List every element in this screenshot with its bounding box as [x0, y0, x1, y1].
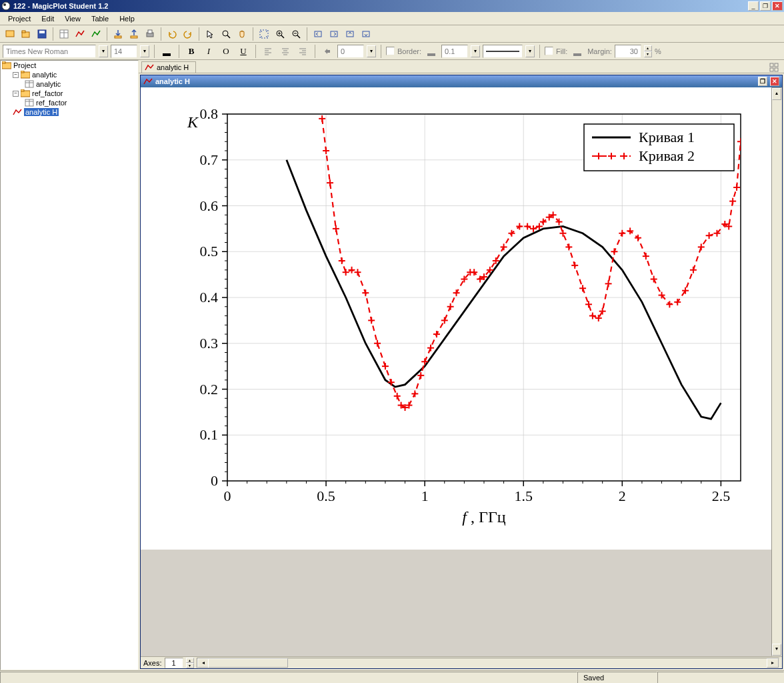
zoom-auto-icon[interactable]	[257, 27, 271, 41]
scale-y-down-icon[interactable]	[359, 27, 373, 41]
svg-point-14	[223, 31, 228, 36]
border-color-icon[interactable]	[424, 44, 439, 59]
folder-icon	[2, 61, 11, 69]
menu-table[interactable]: Table	[86, 13, 114, 24]
svg-text:Кривая 1: Кривая 1	[639, 129, 695, 145]
chart[interactable]: 00.511.522.500.10.20.30.40.50.60.70.8Kf …	[141, 87, 767, 541]
minimize-button[interactable]: _	[748, 1, 759, 11]
svg-rect-52	[21, 89, 24, 91]
menu-project[interactable]: Project	[3, 13, 36, 24]
scale-x-left-icon[interactable]	[311, 27, 325, 41]
tree-item-selected[interactable]: analytic H	[1, 107, 138, 117]
new-fit-icon[interactable]	[89, 27, 103, 41]
close-button[interactable]: ✕	[772, 1, 783, 11]
margin-up-icon[interactable]: ▴	[644, 45, 652, 51]
underline-icon[interactable]: U	[236, 44, 251, 59]
svg-rect-28	[163, 53, 171, 56]
margin-down-icon[interactable]: ▾	[644, 51, 652, 57]
align-left-icon[interactable]	[261, 44, 275, 59]
document-tab[interactable]: analytic H	[141, 61, 196, 73]
new-table-icon[interactable]	[57, 27, 71, 41]
menu-view[interactable]: View	[59, 13, 86, 24]
maximize-button[interactable]: ❐	[760, 1, 771, 11]
pointer-icon[interactable]	[203, 27, 217, 41]
axes-up-icon[interactable]: ▴	[186, 658, 194, 663]
italic-icon[interactable]: I	[201, 44, 216, 59]
font-combo[interactable]: Times New Roman	[3, 45, 96, 58]
print-icon[interactable]	[143, 27, 157, 41]
tree-item[interactable]: − analytic	[1, 70, 138, 79]
svg-rect-41	[427, 53, 435, 56]
save-icon[interactable]	[35, 27, 49, 41]
tree-item[interactable]: ref_factor	[1, 98, 138, 107]
svg-line-23	[297, 35, 300, 38]
svg-line-20	[281, 35, 284, 38]
tree-item[interactable]: analytic	[1, 79, 138, 89]
new-figure-icon[interactable]	[73, 27, 87, 41]
align-center-icon[interactable]	[278, 44, 293, 59]
scale-x-right-icon[interactable]	[327, 27, 341, 41]
folder-icon	[21, 89, 30, 97]
tree-root[interactable]: Project	[1, 61, 138, 70]
svg-text:2.5: 2.5	[712, 488, 731, 504]
svg-text:0.6: 0.6	[200, 197, 219, 214]
line-style-combo[interactable]	[483, 45, 523, 58]
doc-close-button[interactable]: ✕	[770, 77, 779, 86]
window-list-icon[interactable]	[767, 60, 781, 75]
fill-color-icon[interactable]	[570, 44, 585, 59]
plot-icon	[13, 108, 22, 116]
zoom-rect-icon[interactable]	[219, 27, 233, 41]
export-icon[interactable]	[127, 27, 141, 41]
zoom-in-icon[interactable]	[273, 27, 287, 41]
expander-icon[interactable]: −	[13, 72, 19, 78]
new-project-icon[interactable]	[3, 27, 17, 41]
svg-text:0.3: 0.3	[200, 335, 219, 352]
border-checkbox[interactable]	[386, 47, 395, 55]
redo-icon[interactable]	[181, 27, 195, 41]
open-icon[interactable]	[19, 27, 33, 41]
menu-edit[interactable]: Edit	[36, 13, 59, 24]
svg-point-1	[3, 3, 6, 6]
doc-maximize-button[interactable]: ❐	[758, 77, 767, 86]
fontsize-combo[interactable]: 14	[111, 45, 137, 58]
table-icon	[25, 99, 34, 107]
font-dropdown-icon[interactable]: ▾	[99, 45, 108, 57]
text-color-icon[interactable]	[159, 44, 174, 59]
plot-icon	[143, 77, 153, 85]
margin-label: Margin:	[587, 47, 612, 55]
undo-icon[interactable]	[165, 27, 179, 41]
plot-margin-area	[141, 550, 771, 656]
menu-help[interactable]: Help	[114, 13, 140, 24]
border-label: Border:	[397, 47, 421, 55]
vertical-scrollbar[interactable]	[771, 87, 782, 656]
window-title: 122 - MagicPlot Student 1.2	[13, 2, 747, 10]
svg-rect-57	[775, 63, 778, 67]
outline-icon[interactable]: O	[219, 44, 233, 59]
plot-icon	[145, 63, 154, 71]
border-width[interactable]: 0.1	[441, 45, 468, 58]
scale-y-up-icon[interactable]	[343, 27, 357, 41]
svg-text:0.1: 0.1	[200, 426, 219, 443]
import-icon[interactable]	[111, 27, 125, 41]
project-tree[interactable]: Project − analytic analytic − ref_factor…	[0, 60, 139, 670]
fill-checkbox[interactable]	[545, 47, 553, 55]
status-saved: Saved	[577, 672, 657, 683]
status-right	[657, 672, 784, 683]
horizontal-scrollbar[interactable]	[197, 658, 779, 668]
fontsize-dropdown-icon[interactable]: ▾	[140, 45, 149, 57]
align-right-icon[interactable]	[295, 44, 310, 59]
border-width-dropdown-icon[interactable]: ▾	[471, 45, 480, 57]
margin-value[interactable]: 30	[615, 45, 641, 58]
zoom-out-icon[interactable]	[289, 27, 303, 41]
rotate-value[interactable]: 0	[337, 45, 364, 58]
hand-icon[interactable]	[235, 27, 249, 41]
expander-icon[interactable]: −	[13, 91, 19, 97]
axes-down-icon[interactable]: ▾	[186, 663, 194, 668]
svg-rect-45	[2, 61, 5, 63]
rotate-dropdown-icon[interactable]: ▾	[367, 45, 376, 57]
tree-item[interactable]: − ref_factor	[1, 89, 138, 98]
axes-spinner[interactable]: 1	[165, 658, 183, 668]
line-style-dropdown-icon[interactable]: ▾	[525, 45, 535, 57]
bold-icon[interactable]: B	[184, 44, 199, 59]
rotate-icon[interactable]	[320, 44, 335, 59]
